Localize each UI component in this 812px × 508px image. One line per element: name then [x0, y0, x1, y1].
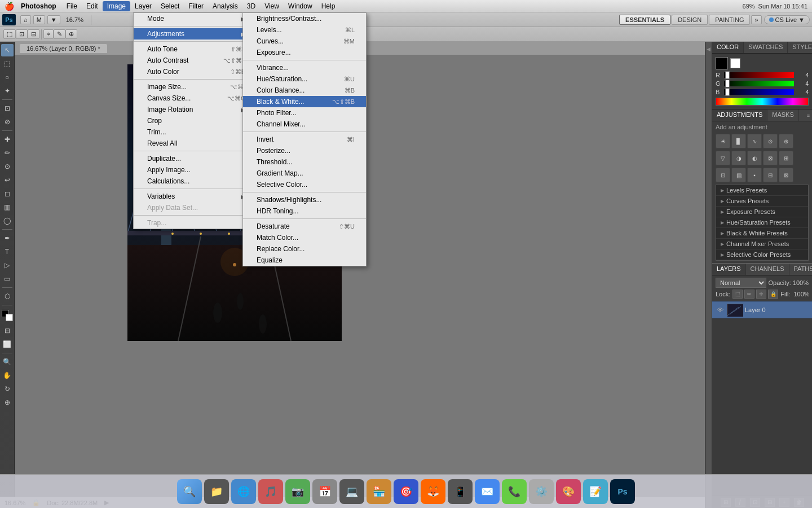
menu-levels[interactable]: Levels... ⌘L [243, 24, 366, 36]
adj-more3-icon[interactable]: ⊠ [779, 168, 793, 182]
tool-crop[interactable]: ⊡ [1, 102, 14, 115]
dock-icon-8[interactable]: 🏪 [367, 479, 391, 504]
tool-screen-mode[interactable]: ⬜ [1, 338, 14, 351]
preset-levels[interactable]: ▶ Levels Presets [716, 185, 808, 196]
menu-canvas-size[interactable]: Canvas Size... ⌥⌘C [134, 93, 257, 104]
opacity-value[interactable]: 100% [793, 279, 809, 286]
dock-icon-16[interactable]: 📝 [583, 479, 608, 504]
adj-bw-icon[interactable]: ◑ [731, 151, 746, 165]
menu-auto-contrast[interactable]: Auto Contrast ⌥⇧⌘L [134, 55, 257, 66]
tab-channels[interactable]: CHANNELS [746, 264, 789, 275]
menu-exposure[interactable]: Exposure... [243, 47, 366, 58]
menu-hdr-toning[interactable]: HDR Toning... [243, 205, 366, 217]
menu-brightness-contrast[interactable]: Brightness/Contrast... [243, 13, 366, 24]
tab-essentials[interactable]: ESSENTIALS [619, 15, 670, 25]
dock-icon-4[interactable]: 🎵 [258, 479, 283, 504]
menu-help[interactable]: Help [317, 1, 340, 11]
adj-levels-icon[interactable]: ▊ [731, 134, 746, 148]
adj-pattern-icon[interactable]: ⊟ [763, 168, 778, 182]
tool-brush[interactable]: ✏ [1, 147, 14, 159]
menu-calculations[interactable]: Calculations... [134, 176, 257, 187]
adj-fill-icon[interactable]: ⊡ [716, 168, 730, 182]
menu-vibrance[interactable]: Vibrance... [243, 62, 366, 73]
tool-path[interactable]: ▷ [1, 259, 14, 271]
tool-shape[interactable]: ▭ [1, 273, 14, 285]
opt-btn-6[interactable]: ⊕ [65, 29, 77, 39]
bg-swatch[interactable] [730, 58, 740, 68]
fg-swatch[interactable] [716, 57, 728, 69]
toolbar-btn-2[interactable]: M [33, 15, 45, 24]
tool-heal[interactable]: ✚ [1, 133, 14, 146]
opt-btn-3[interactable]: ⊟ [28, 29, 39, 39]
menu-image[interactable]: Image [103, 1, 130, 11]
lock-move[interactable]: ✛ [756, 290, 766, 299]
dock-icon-10[interactable]: 🦊 [421, 479, 445, 504]
channel-b-slider[interactable] [724, 89, 794, 95]
opt-btn-5[interactable]: ✎ [54, 29, 65, 39]
menu-filter[interactable]: Filter [184, 1, 208, 11]
tool-history[interactable]: ↩ [1, 174, 14, 186]
menu-reveal-all[interactable]: Reveal All [134, 138, 257, 149]
preset-hue[interactable]: ▶ Hue/Saturation Presets [716, 217, 808, 228]
tab-swatches[interactable]: SWATCHES [744, 42, 788, 53]
tab-color[interactable]: COLOR [712, 42, 744, 53]
tool-marquee[interactable]: ⬚ [1, 58, 14, 70]
tool-3d[interactable]: ⬡ [1, 290, 14, 303]
tab-styles[interactable]: STYLES [788, 42, 812, 53]
preset-bw[interactable]: ▶ Black & White Presets [716, 228, 808, 239]
doc-tab-label[interactable]: 16.67% (Layer 0, RGB/8) * [19, 43, 108, 53]
adj-panel-menu[interactable]: ≡ [805, 110, 812, 121]
menu-posterize[interactable]: Posterize... [243, 145, 366, 156]
dock-finder[interactable]: 🔍 [177, 479, 202, 504]
menu-color-balance[interactable]: Color Balance... ⌘B [243, 85, 366, 96]
cs-live-btn[interactable]: CS Live ▼ [764, 15, 810, 24]
menu-image-rotation[interactable]: Image Rotation ▶ [134, 104, 257, 115]
adj-brightness-icon[interactable]: ☀ [716, 134, 730, 148]
lock-all[interactable]: 🔒 [768, 290, 778, 299]
tool-hand[interactable]: ✋ [1, 369, 14, 382]
adj-threshold-icon[interactable]: ◐ [747, 151, 762, 165]
preset-channelmix[interactable]: ▶ Channel Mixer Presets [716, 239, 808, 249]
tab-layers[interactable]: LAYERS [712, 264, 746, 275]
menu-desaturate[interactable]: Desaturate ⇧⌘U [243, 221, 366, 232]
tool-move[interactable]: ↖ [1, 44, 14, 56]
dock-icon-5[interactable]: 📷 [285, 479, 310, 504]
menu-edit[interactable]: Edit [82, 1, 103, 11]
menu-adjustments[interactable]: Adjustments ▶ [134, 28, 257, 40]
adj-hue-icon[interactable]: ▽ [716, 151, 730, 165]
tool-gradient[interactable]: ▥ [1, 201, 14, 213]
tool-text[interactable]: T [1, 246, 14, 258]
menu-mode[interactable]: Mode ▶ [134, 13, 257, 24]
dock-icon-15[interactable]: 🎨 [556, 479, 581, 504]
dock-icon-14[interactable]: ⚙️ [529, 479, 554, 504]
tool-dodge[interactable]: ◯ [1, 214, 14, 227]
adj-more2-icon[interactable]: ⊞ [779, 151, 793, 165]
menu-analysis[interactable]: Analysis [208, 1, 242, 11]
opt-btn-1[interactable]: ⬚ [3, 29, 16, 39]
menu-select[interactable]: Select [156, 1, 184, 11]
blend-mode-select[interactable]: Normal [716, 278, 766, 288]
tool-rotate[interactable]: ↻ [1, 383, 14, 395]
menu-curves[interactable]: Curves... ⌘M [243, 36, 366, 47]
tool-mode[interactable]: ⊟ [1, 325, 14, 337]
dock-icon-ps[interactable]: Ps [610, 479, 635, 504]
menu-invert[interactable]: Invert ⌘I [243, 134, 366, 145]
preset-selectivecolor[interactable]: ▶ Selective Color Presets [716, 249, 808, 260]
apple-menu[interactable]: 🍎 [5, 2, 14, 11]
more-workspaces[interactable]: » [751, 15, 761, 24]
menu-trim[interactable]: Trim... [134, 126, 257, 138]
menu-photo-filter[interactable]: Photo Filter... [243, 107, 366, 119]
adj-more1-icon[interactable]: ⊛ [779, 134, 793, 148]
menu-variables[interactable]: Variables ▶ [134, 191, 257, 202]
dock-icon-2[interactable]: 📁 [204, 479, 229, 504]
menu-auto-tone[interactable]: Auto Tone ⇧⌘L [134, 43, 257, 55]
menu-gradient-map[interactable]: Gradient Map... [243, 168, 366, 179]
menu-threshold[interactable]: Threshold... [243, 156, 366, 168]
fill-value[interactable]: 100% [793, 291, 809, 297]
menu-channel-mixer[interactable]: Channel Mixer... [243, 119, 366, 130]
dock-icon-3[interactable]: 🌐 [231, 479, 256, 504]
menu-shadows-highlights[interactable]: Shadows/Highlights... [243, 194, 366, 205]
toolbar-btn-3[interactable]: ▼ [47, 15, 60, 24]
adj-curves-icon[interactable]: ∿ [747, 134, 762, 148]
bg-color[interactable] [6, 314, 13, 321]
